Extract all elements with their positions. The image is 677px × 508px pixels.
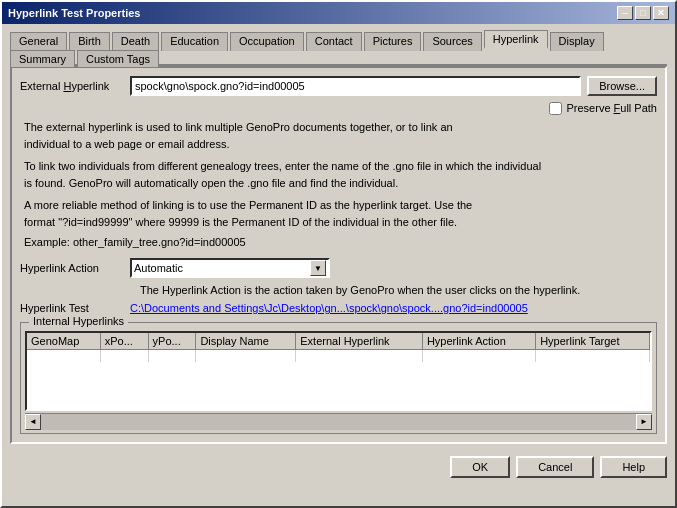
tab-general[interactable]: General <box>10 32 67 51</box>
tab-education[interactable]: Education <box>161 32 228 51</box>
tab-contact[interactable]: Contact <box>306 32 362 51</box>
col-external-hyperlink: External Hyperlink <box>296 333 423 350</box>
desc-line5: A more reliable method of linking is to … <box>24 199 472 211</box>
col-display-name: Display Name <box>196 333 296 350</box>
internal-hyperlinks-table-container: GenoMap xPo... yPo... Display Name Exter… <box>25 331 652 411</box>
scroll-track[interactable] <box>41 414 636 430</box>
content-area: General Birth Death Education Occupation… <box>2 24 675 488</box>
internal-hyperlinks-table: GenoMap xPo... yPo... Display Name Exter… <box>27 333 650 362</box>
title-bar: Hyperlink Test Properties ─ □ ✕ <box>2 2 675 24</box>
internal-hyperlinks-legend: Internal Hyperlinks <box>29 315 128 327</box>
description-block2: To link two individuals from different g… <box>20 158 657 191</box>
preserve-full-path-row: Preserve Full Path <box>20 102 657 115</box>
horizontal-scrollbar[interactable]: ◄ ► <box>25 413 652 429</box>
desc-line2: individual to a web page or email addres… <box>24 138 229 150</box>
preserve-full-path-label: Preserve Full Path <box>566 102 657 115</box>
table-header-row: GenoMap xPo... yPo... Display Name Exter… <box>27 333 650 350</box>
preserve-full-path-checkbox[interactable] <box>549 102 562 115</box>
close-button[interactable]: ✕ <box>653 6 669 20</box>
tab-display[interactable]: Display <box>550 32 604 51</box>
tab-bar: General Birth Death Education Occupation… <box>10 30 667 66</box>
scroll-left-button[interactable]: ◄ <box>25 414 41 430</box>
col-xpos: xPo... <box>100 333 148 350</box>
example-text: Example: other_family_tree.gno?id=ind000… <box>20 236 657 248</box>
help-button[interactable]: Help <box>600 456 667 478</box>
hyperlink-test-link[interactable]: C:\Documents and Settings\Jc\Desktop\gn.… <box>130 302 528 314</box>
external-hyperlink-row: External Hyperlink Browse... <box>20 76 657 96</box>
main-window: Hyperlink Test Properties ─ □ ✕ General … <box>0 0 677 508</box>
maximize-button[interactable]: □ <box>635 6 651 20</box>
desc-line4: is found. GenoPro will automatically ope… <box>24 177 398 189</box>
tab-birth[interactable]: Birth <box>69 32 110 51</box>
table-row <box>27 358 650 362</box>
hyperlink-action-label: Hyperlink Action <box>20 262 130 274</box>
ok-button[interactable]: OK <box>450 456 510 478</box>
hyperlink-test-label: Hyperlink Test <box>20 302 130 314</box>
external-hyperlink-input[interactable] <box>130 76 581 96</box>
hyperlink-action-row: Hyperlink Action Automatic ▼ <box>20 258 657 278</box>
bottom-buttons: OK Cancel Help <box>10 452 667 482</box>
tab-summary[interactable]: Summary <box>10 50 75 67</box>
desc-line1: The external hyperlink is used to link m… <box>24 121 453 133</box>
desc-line3: To link two individuals from different g… <box>24 160 541 172</box>
desc-line6: format "?id=ind99999" where 99999 is the… <box>24 216 457 228</box>
tab-sources[interactable]: Sources <box>423 32 481 51</box>
hyperlink-action-select[interactable]: Automatic ▼ <box>130 258 330 278</box>
tab-pictures[interactable]: Pictures <box>364 32 422 51</box>
external-hyperlink-label: External Hyperlink <box>20 80 130 92</box>
col-ypos: yPo... <box>148 333 196 350</box>
browse-button[interactable]: Browse... <box>587 76 657 96</box>
tab-occupation[interactable]: Occupation <box>230 32 304 51</box>
cancel-button[interactable]: Cancel <box>516 456 594 478</box>
col-genoMap: GenoMap <box>27 333 100 350</box>
hyperlink-action-value: Automatic <box>134 262 183 274</box>
tab-panel: External Hyperlink Browse... Preserve Fu… <box>10 66 667 444</box>
title-bar-buttons: ─ □ ✕ <box>617 6 669 20</box>
description-block: The external hyperlink is used to link m… <box>20 119 657 152</box>
hyperlink-action-description: The Hyperlink Action is the action taken… <box>20 284 657 296</box>
col-hyperlink-target: Hyperlink Target <box>536 333 650 350</box>
hyperlink-test-row: Hyperlink Test C:\Documents and Settings… <box>20 302 657 314</box>
description-block3: A more reliable method of linking is to … <box>20 197 657 230</box>
tab-custom-tags[interactable]: Custom Tags <box>77 50 159 67</box>
internal-hyperlinks-group: Internal Hyperlinks GenoMap xPo... yPo..… <box>20 322 657 434</box>
tab-hyperlink[interactable]: Hyperlink <box>484 30 548 49</box>
scroll-right-button[interactable]: ► <box>636 414 652 430</box>
window-title: Hyperlink Test Properties <box>8 7 140 19</box>
tab-death[interactable]: Death <box>112 32 159 51</box>
minimize-button[interactable]: ─ <box>617 6 633 20</box>
select-dropdown-arrow[interactable]: ▼ <box>310 260 326 276</box>
col-hyperlink-action: Hyperlink Action <box>422 333 535 350</box>
